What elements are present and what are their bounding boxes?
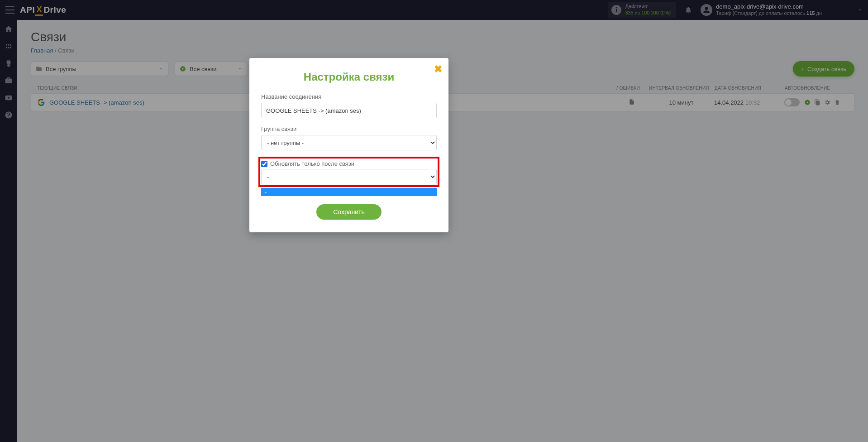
label-connection-name: Название соединения — [261, 93, 437, 100]
close-icon[interactable]: ✖ — [434, 63, 442, 75]
select-dependent-connection[interactable]: - — [261, 169, 437, 184]
input-connection-name[interactable] — [261, 103, 437, 118]
connection-settings-modal: ✖ Настройка связи Название соединения Гр… — [249, 58, 448, 232]
save-button-label: Сохранить — [333, 208, 365, 216]
dropdown-option-text: - — [265, 189, 267, 196]
select-group[interactable]: - нет группы - — [261, 135, 437, 150]
dropdown-option-highlighted[interactable]: - — [261, 188, 437, 196]
update-after-connection-checkbox[interactable] — [261, 161, 267, 167]
label-group: Группа связи — [261, 125, 437, 132]
save-button[interactable]: Сохранить — [316, 204, 382, 220]
update-after-connection-checkbox-row: Обновлять только после связи — [258, 157, 439, 169]
modal-title: Настройка связи — [261, 71, 437, 83]
checkbox-label: Обновлять только после связи — [270, 160, 354, 167]
